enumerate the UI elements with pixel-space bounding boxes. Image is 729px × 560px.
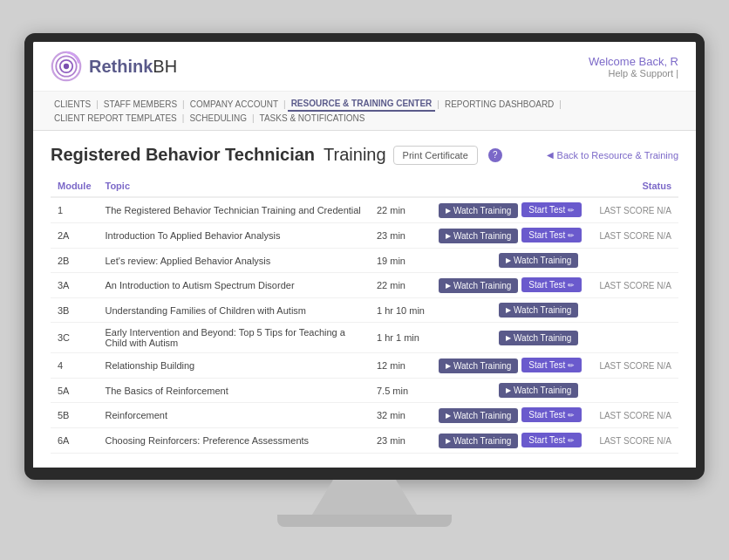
- back-link-label: Back to Resource & Training: [557, 150, 678, 160]
- logo-bold: Rethink: [89, 57, 153, 76]
- help-icon[interactable]: ?: [488, 148, 502, 162]
- table-row: 2AIntroduction To Applied Behavior Analy…: [51, 223, 678, 249]
- table-header-row: Module Topic Status: [51, 175, 678, 197]
- nav-tasks-notifications[interactable]: TASKS & NOTIFICATIONS: [256, 112, 369, 125]
- nav-resource-training[interactable]: RESOURCE & TRAINING CENTER: [288, 97, 436, 112]
- nav-sep-3: |: [283, 99, 286, 109]
- header-right: Welcome Back, R Help & Support |: [589, 55, 678, 79]
- watch-training-button[interactable]: ▶ Watch Training: [439, 434, 518, 448]
- nav-client-report-templates[interactable]: CLIENT REPORT TEMPLATES: [51, 112, 181, 125]
- cell-actions: ▶ Watch TrainingStart Test ✏: [432, 273, 589, 298]
- training-table: Module Topic Status 1The Registered Beha…: [51, 175, 678, 454]
- table-row: 6AChoosing Reinforcers: Preference Asses…: [51, 428, 678, 454]
- start-test-button[interactable]: Start Test ✏: [521, 433, 582, 447]
- cell-module: 2A: [51, 223, 99, 249]
- cell-actions: ▶ Watch TrainingStart Test ✏: [432, 403, 589, 428]
- cell-actions: ▶ Watch TrainingStart Test ✏: [432, 353, 589, 379]
- start-test-button[interactable]: Start Test ✏: [521, 358, 582, 372]
- start-test-button[interactable]: Start Test ✏: [521, 407, 582, 422]
- cell-topic: An Introduction to Autism Spectrum Disor…: [99, 273, 370, 298]
- nav-clients[interactable]: CLIENTS: [51, 98, 94, 111]
- nav-sep-2: |: [182, 99, 185, 109]
- start-test-button[interactable]: Start Test ✏: [521, 277, 582, 292]
- cell-topic: The Basics of Reinforcement: [99, 379, 370, 403]
- cell-last-score: LAST SCORE N/A: [589, 273, 678, 298]
- cell-duration: 1 hr 1 min: [370, 323, 432, 353]
- cell-topic: Relationship Building: [99, 353, 370, 379]
- watch-training-button[interactable]: ▶ Watch Training: [439, 229, 518, 243]
- col-module: Module: [51, 175, 99, 197]
- print-certificate-button[interactable]: Print Certificate: [393, 146, 478, 165]
- cell-duration: 23 min: [370, 223, 432, 249]
- cell-actions: ▶ Watch TrainingStart Test ✏: [432, 428, 589, 454]
- back-arrow-icon: ◀: [547, 150, 554, 160]
- cell-module: 5B: [51, 403, 99, 428]
- cell-topic: Choosing Reinforcers: Preference Assessm…: [99, 428, 370, 454]
- page-header: Registered Behavior Technician Training …: [51, 145, 678, 165]
- play-icon: ▶: [446, 282, 451, 290]
- nav-reporting-dashboard[interactable]: REPORTING DASHBOARD: [441, 98, 557, 111]
- cell-actions: ▶ Watch TrainingStart Test ✏: [432, 197, 589, 223]
- watch-training-button[interactable]: ▶ Watch Training: [439, 408, 518, 423]
- cell-actions: ▶ Watch TrainingStart Test ✏: [432, 223, 589, 249]
- watch-training-button[interactable]: ▶ Watch Training: [499, 303, 578, 318]
- play-icon: ▶: [446, 232, 451, 240]
- col-duration: [370, 175, 432, 197]
- watch-training-button[interactable]: ▶ Watch Training: [439, 203, 518, 218]
- table-row: 2BLet's review: Applied Behavior Analysi…: [51, 249, 678, 273]
- start-test-button[interactable]: Start Test ✏: [521, 228, 582, 242]
- cell-actions: ▶ Watch Training: [432, 298, 589, 323]
- watch-training-button[interactable]: ▶ Watch Training: [439, 359, 518, 373]
- watch-training-button[interactable]: ▶ Watch Training: [439, 278, 518, 293]
- watch-training-button[interactable]: ▶ Watch Training: [499, 383, 578, 398]
- cell-actions: ▶ Watch Training: [432, 323, 589, 353]
- cell-last-score: LAST SCORE N/A: [589, 403, 678, 428]
- cell-last-score: LAST SCORE N/A: [589, 223, 678, 249]
- logo-icon: [51, 51, 82, 82]
- print-cert-label: Print Certificate: [403, 150, 468, 160]
- table-row: 3BUnderstanding Families of Children wit…: [51, 298, 678, 323]
- monitor-base: [277, 515, 452, 527]
- cell-module: 3C: [51, 323, 99, 353]
- play-icon: ▶: [446, 437, 451, 445]
- cell-module: 2B: [51, 249, 99, 273]
- start-test-button[interactable]: Start Test ✏: [521, 202, 582, 217]
- cell-duration: 22 min: [370, 273, 432, 298]
- cell-module: 4: [51, 353, 99, 379]
- logo-area: RethinkBH: [51, 51, 177, 82]
- nav-company-account[interactable]: COMPANY ACCOUNT: [187, 98, 282, 111]
- cell-duration: 7.5 min: [370, 379, 432, 403]
- cell-module: 3B: [51, 298, 99, 323]
- cell-actions: ▶ Watch Training: [432, 249, 589, 273]
- back-to-resource-link[interactable]: ◀ Back to Resource & Training: [547, 150, 678, 160]
- nav-sep-1: |: [96, 99, 99, 109]
- play-icon: ▶: [446, 412, 451, 420]
- pencil-icon: ✏: [568, 206, 575, 215]
- cell-topic: Reinforcement: [99, 403, 370, 428]
- table-row: 3AAn Introduction to Autism Spectrum Dis…: [51, 273, 678, 298]
- cell-topic: Understanding Families of Children with …: [99, 298, 370, 323]
- cell-last-score: [589, 249, 678, 273]
- nav-sep-4: |: [437, 99, 439, 109]
- cell-last-score: [589, 379, 678, 403]
- pencil-icon: ✏: [568, 361, 575, 370]
- watch-training-button[interactable]: ▶ Watch Training: [499, 331, 578, 345]
- svg-point-3: [64, 64, 69, 69]
- table-row: 5AThe Basics of Reinforcement7.5 min▶ Wa…: [51, 379, 678, 403]
- help-support-link[interactable]: Help & Support |: [589, 68, 678, 79]
- cell-duration: 23 min: [370, 428, 432, 454]
- cell-duration: 12 min: [370, 353, 432, 379]
- watch-training-button[interactable]: ▶ Watch Training: [499, 253, 578, 268]
- play-icon: ▶: [446, 207, 451, 215]
- table-row: 1The Registered Behavior Technician Trai…: [51, 197, 678, 223]
- cell-duration: 19 min: [370, 249, 432, 273]
- nav-scheduling[interactable]: SCHEDULING: [186, 112, 250, 125]
- pencil-icon: ✏: [568, 281, 575, 290]
- play-icon: ▶: [506, 334, 511, 342]
- nav-staff-members[interactable]: STAFF MEMBERS: [100, 98, 181, 111]
- cell-topic: The Registered Behavior Technician Train…: [99, 197, 370, 223]
- cell-last-score: [589, 323, 678, 353]
- col-topic: Topic: [99, 175, 370, 197]
- page-title: Registered Behavior Technician Training: [51, 145, 386, 165]
- monitor-wrapper: RethinkBH Welcome Back, R Help & Support…: [24, 33, 705, 527]
